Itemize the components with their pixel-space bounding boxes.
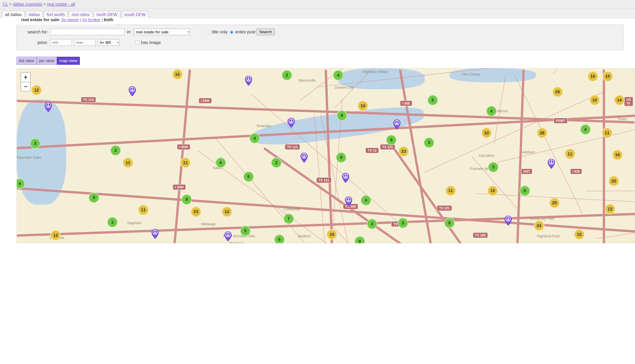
map-cluster[interactable]: 3: [30, 138, 41, 149]
price-min-input[interactable]: [50, 39, 72, 46]
map-cluster[interactable]: 9: [386, 135, 397, 145]
search-button[interactable]: Search: [257, 28, 275, 35]
search-panel: real estate for sale: by owner | by brok…: [17, 22, 623, 50]
map-cluster[interactable]: 4: [249, 133, 260, 144]
by-broker-link[interactable]: by broker: [83, 17, 100, 22]
bedrooms-select[interactable]: 0+ BR: [98, 39, 119, 46]
by-owner-link[interactable]: by owner: [62, 17, 79, 22]
map-cluster[interactable]: 11: [565, 148, 575, 159]
map-cluster[interactable]: 10: [487, 186, 498, 196]
map-pin-icon[interactable]: [288, 118, 295, 128]
map-cluster[interactable]: 5: [240, 226, 251, 236]
map-cluster[interactable]: 23: [398, 146, 409, 157]
map-cluster[interactable]: 6: [216, 157, 226, 168]
map-cluster[interactable]: 5: [398, 218, 408, 228]
has-image-checkbox[interactable]: [136, 41, 139, 44]
map-pin-icon[interactable]: [45, 102, 52, 112]
map-pin-icon[interactable]: [152, 229, 159, 239]
map-cluster[interactable]: 23: [191, 206, 201, 217]
map-cluster[interactable]: 10: [358, 100, 368, 111]
map-cluster[interactable]: 10: [481, 128, 492, 138]
map-cluster[interactable]: 12: [222, 206, 232, 217]
route-shield: I 35E: [400, 100, 412, 106]
zoom-in-button[interactable]: +: [21, 72, 30, 82]
map-pin-icon[interactable]: [345, 196, 352, 206]
map-cluster[interactable]: 11: [138, 205, 149, 215]
region-tab-south-DFW[interactable]: south DFW: [121, 11, 149, 18]
map-cluster[interactable]: 9: [89, 192, 99, 203]
map-pin-icon[interactable]: [245, 76, 252, 86]
map-cluster[interactable]: 4: [486, 106, 497, 116]
map-pin-icon[interactable]: [342, 173, 349, 183]
map-cluster[interactable]: 7: [283, 214, 294, 224]
map-cluster[interactable]: 12: [31, 85, 42, 96]
map-cluster[interactable]: 4: [580, 124, 591, 135]
map-cluster[interactable]: 12: [605, 204, 615, 214]
route-shield: DNT: [521, 168, 532, 174]
zoom-out-button[interactable]: −: [21, 82, 30, 91]
breadcrumb-site[interactable]: dallas craigslist: [13, 2, 42, 6]
map-cluster[interactable]: 3: [424, 137, 434, 148]
map-cluster[interactable]: 10: [602, 71, 613, 82]
map-cluster[interactable]: 28: [537, 128, 547, 138]
place-label: Highland Village: [362, 70, 388, 74]
map-cluster[interactable]: 11: [445, 186, 456, 196]
list-view-tab[interactable]: list view: [17, 57, 37, 65]
map-cluster[interactable]: 4: [361, 195, 371, 206]
map-cluster[interactable]: 8: [519, 186, 530, 196]
breadcrumb-section[interactable]: real estate - all: [47, 2, 75, 6]
map[interactable]: + − TX 114I 35WI 35EUS 75PGBTI 35WTX 114…: [17, 68, 635, 243]
map-cluster[interactable]: 24: [534, 220, 544, 231]
map-cluster[interactable]: 16: [612, 150, 623, 160]
price-max-input[interactable]: [74, 39, 96, 46]
category-select[interactable]: real estate for sale: [134, 28, 190, 35]
map-cluster[interactable]: 16: [587, 71, 598, 82]
map-cluster[interactable]: 3: [367, 219, 377, 229]
route-shield: TX 114: [81, 97, 96, 103]
map-pin-icon[interactable]: [393, 120, 400, 130]
route-shield: PGBT: [554, 118, 568, 124]
map-pin-icon[interactable]: [504, 216, 512, 226]
map-cluster[interactable]: 10: [172, 69, 183, 80]
map-cluster[interactable]: 10: [589, 95, 600, 106]
breadcrumb-cl[interactable]: CL: [3, 2, 8, 6]
map-pin-icon[interactable]: [300, 153, 308, 163]
map-cluster[interactable]: 3: [488, 162, 499, 172]
pic-view-tab[interactable]: pic view: [37, 57, 57, 65]
map-cluster[interactable]: 5: [427, 95, 438, 106]
map-cluster[interactable]: 11: [123, 157, 133, 168]
title-only-radio[interactable]: [206, 30, 210, 34]
map-cluster[interactable]: 25: [549, 198, 560, 208]
place-label: Watauga: [201, 222, 216, 226]
map-cluster[interactable]: 2: [110, 145, 121, 156]
map-cluster[interactable]: 11: [180, 157, 191, 168]
map-cluster[interactable]: 8: [181, 194, 192, 205]
map-cluster[interactable]: 2: [282, 70, 292, 80]
zoom-controls: + −: [21, 72, 31, 92]
in-label: in:: [127, 30, 132, 34]
map-view-tab[interactable]: map view: [57, 57, 80, 65]
map-pin-icon[interactable]: [224, 232, 232, 241]
map-cluster[interactable]: 12: [50, 230, 61, 240]
map-cluster[interactable]: 20: [608, 176, 619, 186]
map-cluster[interactable]: 8: [337, 110, 347, 121]
map-cluster[interactable]: 5: [243, 172, 254, 182]
entire-post-radio[interactable]: [230, 30, 234, 34]
map-cluster[interactable]: 2: [271, 157, 282, 168]
map-cluster[interactable]: 8: [444, 218, 455, 228]
map-cluster[interactable]: 15: [574, 229, 584, 240]
map-cluster[interactable]: 15: [327, 229, 337, 240]
place-label: Carrollton: [479, 154, 494, 158]
map-cluster[interactable]: 9: [336, 152, 346, 163]
map-cluster[interactable]: 11: [602, 128, 612, 138]
map-cluster[interactable]: 26: [552, 86, 563, 97]
map-pin-icon[interactable]: [129, 86, 136, 96]
search-legend: real estate for sale: by owner | by brok…: [20, 17, 115, 22]
search-input[interactable]: [50, 28, 125, 35]
route-shield: TX 12: [365, 148, 379, 154]
both-label: both: [104, 17, 113, 22]
map-cluster[interactable]: 2: [107, 217, 118, 228]
map-cluster[interactable]: 4: [333, 70, 343, 80]
map-cluster[interactable]: 14: [614, 95, 625, 106]
map-pin-icon[interactable]: [548, 159, 555, 169]
